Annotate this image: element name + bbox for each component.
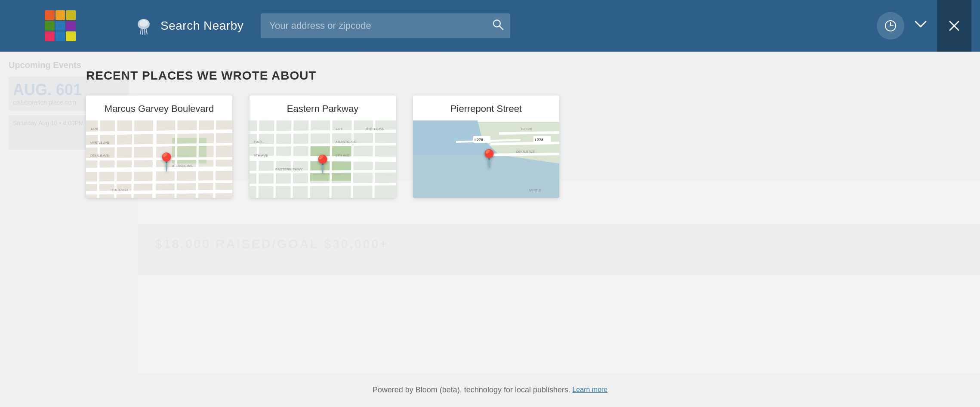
svg-text:DEKALB AVE: DEKALB AVE [516, 150, 535, 153]
svg-text:TDR DR: TDR DR [521, 127, 532, 130]
svg-line-58 [490, 143, 559, 144]
logo-cell [55, 21, 65, 31]
search-button[interactable] [492, 18, 504, 34]
place-card-map-3: I 278 I 278 TDR DR DEKALB AVE MYRTLE 📍 [413, 120, 559, 198]
svg-text:1278: 1278 [336, 127, 342, 130]
svg-line-2 [140, 29, 141, 34]
svg-line-18 [86, 191, 232, 193]
logo-cell [45, 10, 55, 20]
svg-text:MYRTLE AVE: MYRTLE AVE [366, 127, 385, 130]
svg-text:MYRTLE: MYRTLE [529, 189, 542, 192]
svg-text:I 278: I 278 [535, 138, 543, 142]
svg-text:ATLANTIC AVE: ATLANTIC AVE [336, 140, 357, 143]
logo-cell [66, 31, 76, 41]
svg-line-39 [274, 120, 275, 198]
svg-line-44 [373, 120, 374, 198]
svg-line-5 [146, 29, 147, 34]
logo-container [0, 0, 120, 52]
svg-line-41 [309, 120, 310, 198]
place-card-3[interactable]: Pierrepont Street [413, 96, 559, 198]
svg-line-21 [133, 120, 133, 198]
svg-line-22 [154, 120, 155, 198]
place-card-2[interactable]: Eastern Parkway [250, 96, 396, 198]
search-nearby-section: Search Nearby [120, 0, 256, 52]
header: Search Nearby [0, 0, 980, 52]
svg-line-17 [86, 182, 232, 183]
place-card-title-1: Marcus Garvey Boulevard [86, 96, 232, 120]
logo-cell [55, 10, 65, 20]
map-pin-2: 📍 [312, 155, 333, 173]
svg-line-19 [98, 120, 99, 198]
svg-text:FULTON ST: FULTON ST [112, 188, 129, 191]
footer-text: Powered by Bloom (beta), technology for … [373, 385, 570, 395]
svg-text:MYRTLE AVE: MYRTLE AVE [90, 141, 109, 144]
jellyfish-icon [133, 15, 154, 36]
footer: Powered by Bloom (beta), technology for … [0, 373, 980, 407]
logo-cell [55, 31, 65, 41]
logo [45, 10, 76, 41]
search-input-container [261, 13, 510, 38]
map-pin-3: 📍 [478, 150, 500, 167]
svg-text:9TH AVE: 9TH AVE [254, 154, 268, 157]
history-button[interactable] [877, 12, 904, 40]
close-button[interactable] [937, 0, 971, 52]
svg-text:DEKALB AVE: DEKALB AVE [90, 154, 109, 157]
logo-cell [66, 21, 76, 31]
footer-learn-more-link[interactable]: Learn more [572, 386, 607, 394]
place-card-1[interactable]: Marcus Garvey Boulevard [86, 96, 232, 198]
svg-line-24 [197, 120, 198, 198]
svg-line-3 [142, 29, 143, 35]
chevron-down-button[interactable] [913, 16, 928, 35]
svg-line-13 [86, 131, 232, 133]
map-pin-1: 📍 [156, 153, 177, 170]
svg-text:I 278: I 278 [475, 138, 483, 142]
svg-text:EASTERN PKWY: EASTERN PKWY [275, 167, 303, 171]
section-title: RECENT PLACES WE WROTE ABOUT [86, 69, 980, 83]
svg-line-20 [115, 120, 116, 198]
search-nearby-label: Search Nearby [160, 19, 243, 33]
place-card-map-1: 1278 MYRTLE AVE DEKALB AVE ATLANTIC AVE … [86, 120, 232, 198]
place-card-map-2: 1278 MYRTLE AVE FULTI... ATLANTIC AVE 9T… [250, 120, 396, 198]
logo-cell [45, 21, 55, 31]
search-input[interactable] [261, 13, 510, 38]
place-card-title-2: Eastern Parkway [250, 96, 396, 120]
svg-line-25 [214, 120, 215, 198]
svg-text:FULTI...: FULTI... [254, 140, 265, 143]
svg-line-7 [499, 26, 503, 30]
places-row: Marcus Garvey Boulevard [86, 96, 980, 198]
place-card-title-3: Pierrepont Street [413, 96, 559, 120]
logo-cell [66, 10, 76, 20]
svg-line-38 [257, 120, 258, 198]
main-content: RECENT PLACES WE WROTE ABOUT Marcus Garv… [0, 52, 980, 407]
svg-line-43 [352, 120, 353, 198]
svg-line-57 [499, 133, 559, 133]
header-right [877, 0, 980, 52]
svg-text:6TH AVE: 6TH AVE [336, 154, 349, 157]
svg-line-4 [145, 29, 145, 35]
svg-point-1 [139, 20, 148, 27]
svg-text:1278: 1278 [90, 127, 98, 131]
svg-line-40 [292, 120, 293, 198]
logo-cell [45, 31, 55, 41]
